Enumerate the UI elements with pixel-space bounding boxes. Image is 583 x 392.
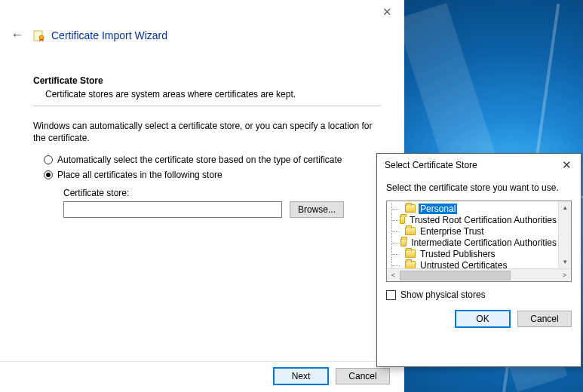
instruction-text: Windows can automatically select a certi… (33, 120, 381, 144)
certificate-store-label: Certificate store: (63, 188, 381, 198)
scroll-left-icon[interactable]: < (387, 269, 400, 282)
certificate-icon (33, 29, 45, 41)
tree-connector (391, 214, 397, 225)
wizard-content: Certificate Store Certificate stores are… (33, 75, 381, 218)
certificate-store-tree[interactable]: PersonalTrusted Root Certification Autho… (386, 201, 572, 282)
certificate-store-input[interactable] (63, 201, 282, 218)
folder-icon (405, 250, 416, 258)
tree-connector (391, 203, 402, 214)
folder-icon (405, 204, 416, 213)
radio-label: Place all certificates in the following … (57, 170, 222, 180)
divider (33, 106, 381, 106)
tree-item-label: Trusted Publishers (419, 249, 497, 259)
vertical-scrollbar[interactable]: ▴ ▾ (558, 201, 571, 268)
tree-item-label: Intermediate Certification Authorities (410, 237, 558, 248)
ok-button[interactable]: OK (456, 311, 510, 327)
folder-icon (405, 227, 416, 235)
back-arrow-icon[interactable]: ← (8, 27, 27, 43)
horizontal-scrollbar[interactable]: < > (387, 268, 571, 281)
next-button[interactable]: Next (274, 368, 328, 384)
radio-auto-select[interactable]: Automatically select the certificate sto… (44, 155, 381, 165)
radio-icon (44, 155, 53, 164)
folder-icon (405, 261, 416, 268)
tree-item[interactable]: Trusted Publishers (391, 248, 558, 259)
tree-item[interactable]: Personal (391, 203, 558, 214)
select-certificate-store-dialog: Select Certificate Store ✕ Select the ce… (376, 153, 581, 367)
close-icon[interactable]: ✕ (559, 158, 575, 172)
scroll-down-icon[interactable]: ▾ (559, 256, 572, 268)
certificate-import-wizard-window: ✕ ← Certificate Import Wizard Certificat… (0, 0, 404, 392)
scroll-up-icon[interactable]: ▴ (559, 201, 572, 214)
scrollbar-thumb[interactable] (400, 271, 511, 280)
close-icon[interactable]: ✕ (378, 5, 396, 20)
dialog-instruction: Select the certificate store you want to… (386, 182, 572, 193)
show-physical-stores-checkbox[interactable]: Show physical stores (386, 289, 572, 300)
checkbox-icon (386, 290, 396, 300)
tree-connector (391, 248, 402, 259)
tree-connector (391, 237, 397, 248)
tree-item-label: Untrusted Certificates (419, 260, 508, 269)
footer-divider (0, 361, 403, 362)
scroll-right-icon[interactable]: > (558, 269, 571, 282)
tree-item[interactable]: Intermediate Certification Authorities (391, 237, 558, 248)
tree-item[interactable]: Trusted Root Certification Authorities (391, 214, 558, 225)
section-heading: Certificate Store (33, 75, 381, 86)
dialog-title: Select Certificate Store (385, 160, 477, 170)
radio-place-all[interactable]: Place all certificates in the following … (44, 170, 381, 180)
tree-item-label: Enterprise Trust (419, 226, 486, 237)
tree-connector (391, 259, 402, 268)
tree-item[interactable]: Enterprise Trust (391, 225, 558, 237)
section-subtext: Certificate stores are system areas wher… (45, 89, 381, 100)
tree-item-label: Personal (419, 204, 457, 214)
checkbox-label: Show physical stores (400, 289, 486, 300)
tree-connector (391, 225, 402, 237)
cancel-button[interactable]: Cancel (336, 368, 390, 384)
tree-item-label: Trusted Root Certification Authorities (408, 215, 558, 225)
radio-icon (44, 170, 53, 179)
browse-button[interactable]: Browse... (290, 201, 344, 218)
cancel-button[interactable]: Cancel (517, 311, 572, 327)
folder-icon (400, 238, 407, 247)
wizard-title: Certificate Import Wizard (51, 29, 167, 41)
folder-icon (400, 216, 405, 224)
radio-label: Automatically select the certificate sto… (57, 155, 342, 165)
tree-item[interactable]: Untrusted Certificates (391, 259, 558, 268)
